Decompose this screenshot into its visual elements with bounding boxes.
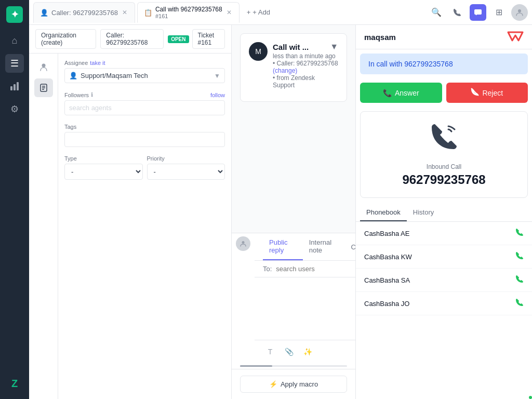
- sidebar: ✦ ⌂ ☰ ⚙ Z: [0, 0, 29, 399]
- tab-call[interactable]: 📋 Call with 962799235768 #161 ✕: [137, 2, 240, 23]
- type-select[interactable]: - Question Incident Problem Task: [64, 164, 143, 180]
- svg-rect-1: [14, 84, 16, 90]
- sidebar-logo: ✦: [6, 6, 23, 23]
- sidebar-item-zendesk[interactable]: Z: [5, 374, 24, 393]
- reject-button[interactable]: Reject: [446, 83, 528, 103]
- maqsam-logo: [507, 31, 524, 43]
- inbound-call-icon: [430, 122, 459, 157]
- phone-call-icon[interactable]: [515, 228, 524, 238]
- tags-field-group: Tags: [64, 124, 225, 147]
- call-tab-label: Call: [351, 243, 355, 251]
- answer-label: Answer: [395, 89, 419, 97]
- left-tab-person[interactable]: [34, 58, 53, 76]
- priority-select[interactable]: - Low Normal High Urgent: [147, 164, 225, 180]
- followers-field-group: Followers ℹ follow: [64, 91, 225, 115]
- sidebar-item-settings[interactable]: ⚙: [5, 100, 24, 118]
- right-panel: maqsam In call with 962799235768 📞 Answe…: [355, 25, 532, 399]
- left-tab-document[interactable]: [34, 78, 53, 97]
- maqsam-title: maqsam: [364, 33, 396, 42]
- add-label: + Add: [252, 8, 270, 16]
- add-icon: +: [247, 8, 251, 16]
- reply-tab-public[interactable]: Public reply: [263, 233, 303, 260]
- message-card: M Call wit ... ▼ less than a minute ago …: [240, 33, 347, 102]
- user-avatar[interactable]: [511, 4, 528, 21]
- phonebook-item-cashbasha-sa[interactable]: CashBasha SA: [356, 269, 532, 292]
- reply-user-avatar: [236, 236, 250, 251]
- phonebook-item-cashbasha-kw[interactable]: CashBasha KW: [356, 245, 532, 269]
- change-link[interactable]: (change): [273, 67, 297, 74]
- sidebar-item-home[interactable]: ⌂: [5, 31, 24, 50]
- assignee-label: Assignee take it: [64, 60, 225, 66]
- apply-macro-button[interactable]: ⚡ Apply macro: [240, 376, 347, 393]
- phonebook-name: CashBasha AE: [364, 230, 409, 237]
- message-expand-btn[interactable]: ▼: [330, 42, 338, 51]
- attach-button[interactable]: 📎: [282, 344, 296, 359]
- phone-call-icon[interactable]: [515, 251, 524, 262]
- type-priority-row: Type - Question Incident Problem Task: [64, 155, 225, 188]
- tags-input[interactable]: [64, 132, 225, 147]
- grid-button[interactable]: ⊞: [490, 4, 507, 21]
- phonebook-tabs: Phonebook History: [356, 204, 532, 222]
- type-field-group: Type - Question Incident Problem Task: [64, 155, 143, 180]
- tab-call-sublabel: #161: [155, 13, 168, 19]
- type-label: Type: [64, 155, 143, 162]
- priority-field-group: Priority - Low Normal High Urgent: [147, 155, 225, 180]
- take-it-link[interactable]: take it: [90, 60, 105, 66]
- ticket-number[interactable]: Ticket #161: [192, 29, 225, 49]
- message-caller: Caller: 962799235768: [277, 60, 338, 67]
- text-format-button[interactable]: T: [263, 344, 277, 359]
- phonebook-tab-history[interactable]: History: [407, 204, 440, 221]
- svg-point-5: [42, 64, 45, 68]
- assignee-value: Support/Maqsam Tech: [81, 72, 148, 79]
- search-button[interactable]: 🔍: [428, 4, 445, 21]
- add-tab-button[interactable]: + + Add: [242, 6, 275, 18]
- to-label: To:: [263, 265, 272, 273]
- left-panel-body: Assignee take it 👤 Support/Maqsam Tech ▼: [29, 54, 231, 399]
- tab-caller[interactable]: 👤 Caller: 962799235768 ✕: [33, 2, 135, 23]
- open-badge: OPEN: [168, 35, 189, 43]
- message-time: less than a minute ago: [273, 52, 336, 60]
- phonebook-item-cashbasha-jo[interactable]: CashBasha JO: [356, 292, 532, 315]
- macro-icon: ⚡: [269, 380, 277, 388]
- breadcrumb-org[interactable]: Organization (create): [35, 29, 96, 49]
- call-actions: 📞 Answer Reject: [356, 78, 532, 107]
- apply-macro-bar: ⚡ Apply macro: [232, 369, 355, 399]
- assignee-select[interactable]: 👤 Support/Maqsam Tech ▼: [64, 68, 225, 83]
- follow-link[interactable]: follow: [210, 92, 225, 98]
- inbound-call-label: Inbound Call: [427, 163, 461, 170]
- reply-tab-internal[interactable]: Internal note: [303, 233, 345, 260]
- phonebook-name: CashBasha JO: [364, 300, 409, 308]
- reject-label: Reject: [482, 89, 503, 97]
- message-title: Call wit ...: [273, 43, 326, 51]
- answer-button[interactable]: 📞 Answer: [360, 83, 442, 103]
- reply-editor[interactable]: [255, 277, 355, 340]
- reply-tab-call[interactable]: Call ▼: [344, 233, 355, 260]
- reply-to-input[interactable]: [276, 265, 355, 273]
- breadcrumb-caller[interactable]: Caller: 962799235768: [100, 29, 164, 49]
- ai-button[interactable]: ✨: [300, 344, 315, 359]
- sidebar-item-tickets[interactable]: ☰: [5, 54, 24, 73]
- tab-caller-close[interactable]: ✕: [121, 8, 128, 17]
- sidebar-item-reports[interactable]: [5, 77, 24, 96]
- phonebook-tab-phonebook[interactable]: Phonebook: [360, 204, 407, 221]
- assignee-field-group: Assignee take it 👤 Support/Maqsam Tech ▼: [64, 60, 225, 83]
- ticket-badge: OPEN Ticket #161: [168, 29, 225, 49]
- followers-label: Followers ℹ follow: [64, 91, 225, 98]
- search-agents-input[interactable]: [64, 100, 225, 115]
- tab-call-label: Call with 962799235768: [155, 6, 222, 13]
- priority-label: Priority: [147, 155, 225, 162]
- phone-call-icon[interactable]: [515, 298, 524, 309]
- call-visual: Inbound Call 962799235768: [360, 111, 528, 198]
- center-panel: M Call wit ... ▼ less than a minute ago …: [232, 25, 355, 399]
- phonebook-item-cashbasha-ae[interactable]: CashBasha AE: [356, 222, 532, 245]
- message-source: from Zendesk Support: [273, 74, 315, 89]
- messaging-button[interactable]: [470, 4, 486, 21]
- left-fields: Assignee take it 👤 Support/Maqsam Tech ▼: [58, 54, 231, 399]
- svg-marker-11: [508, 32, 523, 41]
- phone-button[interactable]: [449, 4, 466, 21]
- phone-call-icon[interactable]: [515, 275, 524, 285]
- svg-rect-2: [17, 82, 19, 90]
- inbound-call-number: 962799235768: [402, 172, 485, 187]
- left-sidebar-tabs: [29, 54, 58, 399]
- tab-call-close[interactable]: ✕: [225, 8, 233, 17]
